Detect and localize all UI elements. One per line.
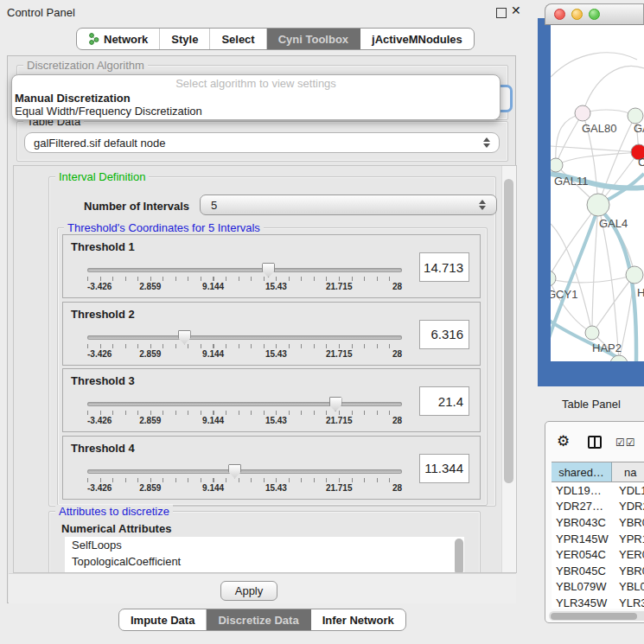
- slider-ticks: [87, 411, 402, 415]
- scale-label: 15.43: [265, 416, 287, 425]
- cell-shared-name: YDL19…: [552, 484, 612, 497]
- table-row[interactable]: YBR045CYBR0: [552, 563, 644, 579]
- scale-label: -3.426: [87, 282, 112, 291]
- network-node[interactable]: [626, 266, 643, 284]
- cyni-toolbox-panel: Discretization Algorithm Select algorith…: [7, 55, 516, 603]
- network-window-titlebar[interactable]: [545, 3, 644, 25]
- network-edge-highlighted: [601, 210, 636, 361]
- network-node[interactable]: [575, 105, 590, 121]
- slider-ticks: [87, 478, 402, 482]
- threshold-label: Threshold 1: [71, 240, 135, 253]
- tab-network[interactable]: Network: [77, 29, 160, 49]
- number-of-intervals-combobox[interactable]: 5: [200, 194, 497, 215]
- scrollbar-thumb[interactable]: [551, 613, 637, 620]
- float-window-icon[interactable]: [496, 8, 507, 18]
- threshold-slider[interactable]: [87, 402, 402, 406]
- node-table[interactable]: shared…naYDL19…YDL1YDR27…YDR2YBR043CYBR0…: [552, 462, 644, 609]
- scale-label: 2.859: [139, 483, 161, 493]
- tab-infer-network[interactable]: Infer Network: [311, 609, 405, 630]
- scale-label: -3.426: [87, 349, 112, 359]
- select-checkboxes-icon[interactable]: ☑☑: [615, 437, 636, 449]
- cell-name: YLR3: [612, 596, 644, 609]
- threshold-slider[interactable]: [87, 335, 402, 340]
- scrollbar-thumb[interactable]: [504, 179, 513, 483]
- list-item[interactable]: SelfLoops: [65, 537, 464, 553]
- table-row[interactable]: YER054CYER0: [552, 546, 644, 563]
- table-row[interactable]: YBR043CYBR0: [552, 514, 644, 531]
- threshold-value-field[interactable]: 11.344: [419, 454, 469, 483]
- interval-definition-group: Interval Definition Number of Intervals …: [48, 176, 496, 507]
- columns-icon[interactable]: [588, 436, 602, 449]
- slider-thumb[interactable]: [178, 330, 191, 345]
- threshold-value-field[interactable]: 6.316: [419, 320, 469, 349]
- scale-label: 2.859: [139, 349, 161, 359]
- settings-scroll-viewport: Interval Definition Number of Intervals …: [13, 165, 517, 573]
- slider-thumb[interactable]: [228, 464, 241, 479]
- table-row[interactable]: YDL19…YDL1: [552, 482, 644, 499]
- horizontal-scrollbar[interactable]: [549, 611, 644, 621]
- cell-shared-name: YBR045C: [552, 564, 612, 577]
- algorithm-dropdown-popup: Select algorithm to view settings Manual…: [11, 74, 501, 120]
- minimize-traffic-light-icon[interactable]: [571, 9, 583, 20]
- scale-label: 9.144: [202, 416, 224, 425]
- network-node[interactable]: [587, 194, 609, 216]
- table-row[interactable]: YPR145WYPR1: [552, 531, 644, 547]
- tab-style[interactable]: Style: [160, 29, 210, 49]
- stepper-icon: [479, 200, 486, 210]
- network-node[interactable]: [551, 271, 556, 286]
- gear-icon[interactable]: ⚙: [557, 434, 570, 449]
- tab-jactivemnodules[interactable]: jActiveMNodules: [360, 29, 474, 49]
- tab-label: Discretize Data: [218, 614, 298, 627]
- network-node[interactable]: [585, 326, 599, 340]
- network-edge: [592, 275, 634, 333]
- screen: Control Panel ✕ NetworkStyleSelectCyni T…: [0, 0, 644, 644]
- cell-shared-name: YER054C: [552, 548, 612, 561]
- number-of-intervals-value: 5: [211, 199, 217, 212]
- list-scrollbar[interactable]: [455, 539, 463, 573]
- cell-name: YBR0: [612, 564, 644, 577]
- table-data-combobox[interactable]: galFiltered.sif default node: [24, 132, 500, 153]
- slider-thumb[interactable]: [262, 263, 275, 277]
- column-header-name[interactable]: na: [612, 462, 644, 481]
- attributes-group-title: Attributes to discretize: [55, 505, 173, 518]
- threshold-value-field[interactable]: 21.4: [419, 386, 469, 416]
- tab-select[interactable]: Select: [210, 29, 266, 49]
- stepper-icon: [483, 137, 490, 148]
- zoom-traffic-light-icon[interactable]: [589, 9, 600, 20]
- thresholds-group: Threshold's Coordinates for 5 Intervals …: [57, 227, 488, 506]
- numerical-attributes-list[interactable]: SelfLoopsTopologicalCoefficientBetweenne…: [65, 537, 464, 573]
- scale-label: 28: [392, 282, 402, 291]
- slider-thumb[interactable]: [329, 397, 342, 411]
- vertical-scrollbar[interactable]: [501, 166, 516, 572]
- threshold-slider[interactable]: [87, 469, 402, 474]
- node-label: HAP2: [592, 341, 622, 354]
- menu-item-manual-discretization[interactable]: Manual Discretization: [15, 92, 131, 105]
- menu-item-equal-width-frequency[interactable]: Equal Width/Frequency Discretization: [15, 105, 202, 118]
- tab-label: Infer Network: [322, 614, 394, 627]
- table-row[interactable]: YDR27…YDR2: [552, 499, 644, 515]
- list-item[interactable]: TopologicalCoefficient: [65, 553, 464, 570]
- close-icon[interactable]: ✕: [511, 3, 521, 17]
- panel-title: Control Panel: [7, 6, 75, 19]
- tab-impute-data[interactable]: Impute Data: [119, 609, 207, 630]
- tab-discretize-data[interactable]: Discretize Data: [207, 609, 310, 630]
- cell-name: YBR0: [612, 516, 644, 529]
- slider-scale: -3.4262.8599.14415.4321.71528: [87, 349, 402, 360]
- network-canvas[interactable]: GAL80GALCGAL11GAL4GCY1HHAP2: [551, 25, 644, 361]
- tab-cyni-toolbox[interactable]: Cyni Toolbox: [267, 29, 360, 49]
- close-traffic-light-icon[interactable]: [554, 9, 565, 20]
- network-edge: [583, 66, 644, 113]
- apply-button[interactable]: Apply: [220, 581, 277, 601]
- threshold-value-field[interactable]: 14.713: [419, 252, 469, 282]
- node-label: GAL4: [599, 217, 628, 230]
- cell-shared-name: YDR27…: [552, 500, 612, 513]
- threshold-label: Threshold 3: [71, 374, 135, 387]
- table-row[interactable]: YLR345WYLR3: [552, 595, 644, 609]
- network-node[interactable]: [551, 158, 563, 172]
- node-label: H: [637, 286, 644, 299]
- threshold-slider[interactable]: [87, 268, 402, 272]
- table-row[interactable]: YBL079WYBL0: [552, 579, 644, 596]
- column-header-shared-name[interactable]: shared…: [552, 462, 612, 481]
- network-edge: [556, 113, 583, 165]
- node-label: GAL80: [582, 122, 616, 135]
